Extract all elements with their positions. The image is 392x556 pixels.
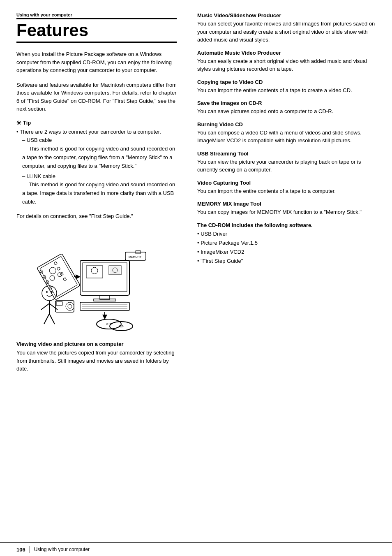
section-burning-video: Burning Video CD You can compose a video… xyxy=(197,121,376,145)
svg-rect-16 xyxy=(94,299,116,301)
svg-line-31 xyxy=(41,303,49,310)
svg-point-36 xyxy=(66,302,74,310)
svg-point-10 xyxy=(48,266,57,275)
tip-sub-item-ilink: i.LINK cable This method is good for cop… xyxy=(22,172,177,206)
svg-point-28 xyxy=(46,291,48,293)
viewing-title: Viewing video and pictures on a computer xyxy=(16,341,177,347)
svg-rect-1 xyxy=(40,257,78,297)
tip-sub-item-usb: USB cable This method is good for copyin… xyxy=(22,136,177,170)
section-automatic-music-video: Automatic Music Video Producer You can e… xyxy=(197,50,376,73)
intro-paragraph-1: When you install the Picture Package sof… xyxy=(16,50,177,74)
music-video-slideshow-title: Music Video/Slideshow Producer xyxy=(197,12,376,19)
viewing-text: You can view the pictures copied from yo… xyxy=(16,349,177,373)
save-images-title: Save the images on CD-R xyxy=(197,100,376,106)
content-area: Using with your computer Features When y… xyxy=(0,0,392,542)
page-number: 106 xyxy=(16,547,25,553)
music-video-slideshow-text: You can select your favorite movies and … xyxy=(197,20,376,44)
svg-point-29 xyxy=(51,291,53,293)
section-memory-mix: MEMORY MIX Image Tool You can copy image… xyxy=(197,201,376,216)
svg-point-11 xyxy=(49,275,55,281)
section-music-video-slideshow: Music Video/Slideshow Producer You can s… xyxy=(197,12,376,44)
section-video-capturing: Video Capturing Tool You can import the … xyxy=(197,180,376,195)
svg-rect-0 xyxy=(37,254,81,300)
copying-tape-title: Copying tape to Video CD xyxy=(197,79,376,85)
tip-item-1: There are 2 ways to connect your camcord… xyxy=(16,128,177,206)
svg-rect-7 xyxy=(57,267,60,270)
automatic-music-video-title: Automatic Music Video Producer xyxy=(197,50,376,56)
tip-section: ✳ Tip There are 2 ways to connect your c… xyxy=(16,120,177,206)
right-column: Music Video/Slideshow Producer You can s… xyxy=(189,12,376,526)
tip-item-1-text: There are 2 ways to connect your camcord… xyxy=(20,129,161,135)
svg-point-23 xyxy=(97,319,121,329)
footer-divider xyxy=(30,546,30,553)
save-images-text: You can save pictures copied onto a comp… xyxy=(197,107,376,116)
page-footer: 106 Using with your computer xyxy=(0,542,392,556)
memory-mix-text: You can copy images for MEMORY MIX funct… xyxy=(197,208,376,216)
video-capturing-text: You can import the entire contents of a … xyxy=(197,187,376,195)
intro-paragraph-2: Software and features available for Maci… xyxy=(16,81,177,113)
svg-rect-6 xyxy=(54,262,57,265)
copying-tape-text: You can import the entire contents of a … xyxy=(197,86,376,95)
page-title: Features xyxy=(16,18,177,43)
usb-streaming-title: USB Streaming Tool xyxy=(197,151,376,157)
viewing-section: Viewing video and pictures on a computer… xyxy=(16,341,177,373)
burning-video-text: You can compose a video CD with a menu o… xyxy=(197,129,376,145)
page-container: Using with your computer Features When y… xyxy=(0,0,392,556)
section-cdrom-includes: The CD-ROM includes the following softwa… xyxy=(197,222,376,266)
video-capturing-title: Video Capturing Tool xyxy=(197,180,376,186)
cdrom-includes-title: The CD-ROM includes the following softwa… xyxy=(197,222,376,228)
svg-rect-38 xyxy=(56,301,62,306)
svg-point-18 xyxy=(91,267,98,274)
illustration-area: MEMORY xyxy=(27,227,166,334)
ilink-cable-desc: This method is good for copying video an… xyxy=(22,181,175,205)
svg-rect-9 xyxy=(63,278,67,281)
svg-point-37 xyxy=(68,304,72,308)
cdrom-item-3: "First Step Guide" xyxy=(197,257,376,266)
usb-streaming-text: You can view the picture your camcorder … xyxy=(197,158,376,174)
section-save-images: Save the images on CD-R You can save pic… xyxy=(197,100,376,116)
cdrom-item-2: ImageMixer VCD2 xyxy=(197,248,376,257)
tip-sub-list: USB cable This method is good for copyin… xyxy=(22,136,177,206)
usb-cable-desc: This method is good for copying video an… xyxy=(22,146,175,169)
section-usb-streaming: USB Streaming Tool You can view the pict… xyxy=(197,151,376,174)
footer-text: Using with your computer xyxy=(34,547,90,552)
usb-cable-title: USB cable xyxy=(27,137,52,143)
tip-label: Tip xyxy=(23,120,31,126)
svg-line-33 xyxy=(44,314,49,324)
svg-line-34 xyxy=(49,314,55,324)
tip-list: There are 2 ways to connect your camcord… xyxy=(16,128,177,206)
svg-text:MEMORY: MEMORY xyxy=(129,255,142,258)
cdrom-item-1: Picture Package Ver.1.5 xyxy=(197,239,376,248)
connection-text: For details on connection, see "First St… xyxy=(16,212,177,220)
memory-mix-title: MEMORY MIX Image Tool xyxy=(197,201,376,207)
automatic-music-video-text: You can easily create a short original v… xyxy=(197,57,376,73)
left-column: Using with your computer Features When y… xyxy=(16,12,189,526)
ilink-cable-title: i.LINK cable xyxy=(27,173,55,179)
section-label: Using with your computer xyxy=(16,12,177,17)
cdrom-item-0: USB Driver xyxy=(197,229,376,239)
illustration-svg: MEMORY xyxy=(27,227,166,334)
section-copying-tape: Copying tape to Video CD You can import … xyxy=(197,79,376,95)
cdrom-list: USB Driver Picture Package Ver.1.5 Image… xyxy=(197,229,376,266)
burning-video-title: Burning Video CD xyxy=(197,121,376,127)
tip-icon: ✳ xyxy=(16,120,21,126)
tip-header: ✳ Tip xyxy=(16,120,177,126)
